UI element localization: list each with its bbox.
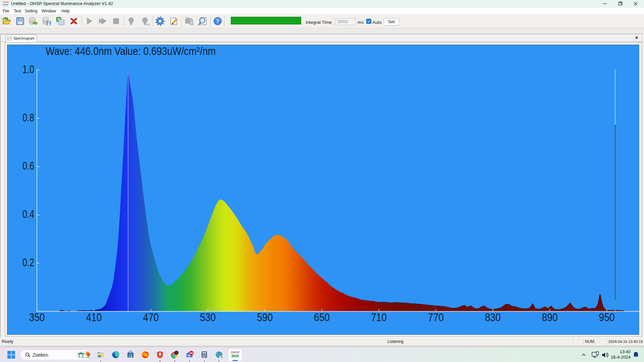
svg-text:Wave: 446.0nm Value: 0.693uW/c: Wave: 446.0nm Value: 0.693uW/cm²/nm [46,45,216,57]
svg-text:?: ? [216,18,219,24]
svg-text:0.4: 0.4 [22,208,34,220]
svg-text:1.0: 1.0 [22,63,34,75]
svg-text:470: 470 [143,311,159,323]
svg-text:770: 770 [428,311,444,323]
svg-text:410: 410 [86,311,102,323]
svg-text:590: 590 [257,311,273,323]
svg-text:950: 950 [599,311,615,323]
svg-text:830: 830 [485,311,501,323]
svg-text:530: 530 [200,311,216,323]
svg-text:650: 650 [314,311,330,323]
svg-text:0.6: 0.6 [22,160,34,172]
svg-text:350: 350 [29,311,45,323]
svg-text:0.2: 0.2 [22,256,34,268]
svg-text:890: 890 [542,311,558,323]
svg-text:0.8: 0.8 [22,111,34,124]
svg-text:710: 710 [371,311,387,323]
svg-text:LX: LX [146,23,150,26]
